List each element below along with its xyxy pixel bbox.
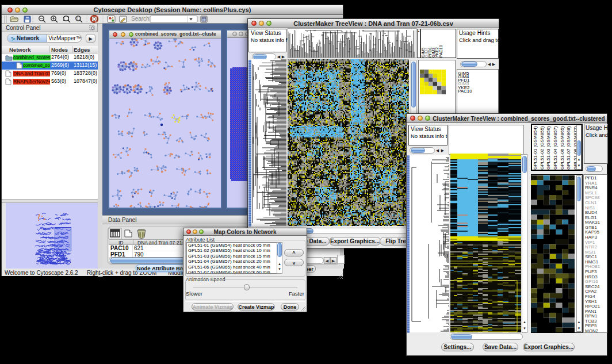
svg-text:Search:: Search: bbox=[131, 16, 151, 22]
svg-text:1:1: 1:1 bbox=[76, 17, 81, 20]
